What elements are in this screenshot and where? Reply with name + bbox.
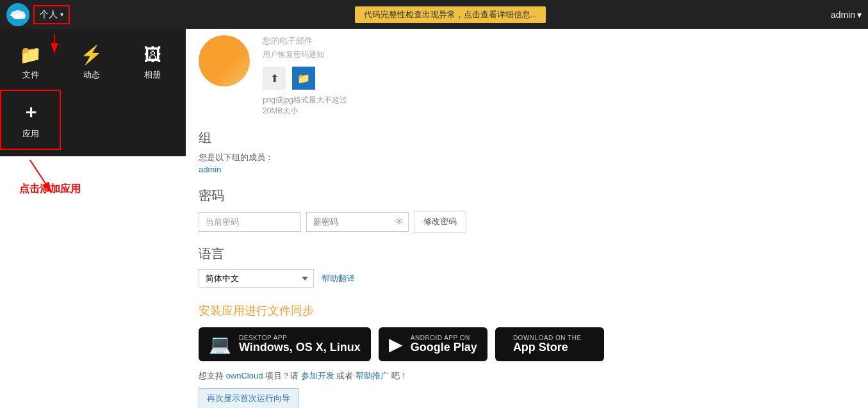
files-label: 文件 [22,69,39,81]
add-app-label: 应用 [22,128,39,140]
admin-caret-icon: ▾ [857,10,862,20]
new-password-wrap: 👁 [306,212,409,232]
owncloud-link[interactable]: ownCloud [226,371,263,380]
app-buttons-row: 💻 Desktop app Windows, OS X, Linux ▶ AND… [199,327,842,361]
alert-banner[interactable]: 代码完整性检查出现异常，点击查看详细信息... [355,6,546,23]
app-store-button[interactable]: Download on the App Store [495,327,604,361]
personal-menu-button[interactable]: 个人 ▾ [33,5,70,24]
app-menu-dropdown: 📁 文件 ⚡ 动态 🖼 相册 ＋ 应用 [0,29,186,156]
google-play-btn-text: ANDROID APP ON Google Play [411,334,477,354]
install-section: 安装应用进行文件同步 💻 Desktop app Windows, OS X, … [199,303,842,408]
promote-link[interactable]: 帮助推广 [356,371,389,380]
support-end: 吧！ [391,371,408,380]
upload-icon-button[interactable]: ⬆ [263,67,286,90]
google-play-button[interactable]: ▶ ANDROID APP ON Google Play [379,327,487,361]
install-title: 安装应用进行文件同步 [199,303,842,318]
admin-label: admin [831,10,855,20]
support-before: 想支持 [199,371,224,380]
groups-section: 组 您是以下组的成员： admin [199,129,842,174]
group-member-value: admin [199,165,842,174]
language-section: 语言 简体中文 帮助翻译 [199,245,842,288]
dev-link[interactable]: 参加开发 [301,371,334,380]
upload-hint: png或jpg格式最大不超过20MB大小 [263,95,842,117]
help-translate-link[interactable]: 帮助翻译 [322,273,355,284]
personal-label: 个人 [40,9,58,20]
photos-label: 相册 [144,69,161,81]
support-mid: 项目？请 [265,371,299,380]
nav-center: 代码完整性检查出现异常，点击查看详细信息... [70,6,831,23]
sidebar-item-photos[interactable]: 🖼 相册 [122,35,183,90]
current-password-input[interactable] [199,212,301,232]
nav-right: admin ▾ [831,10,862,20]
admin-menu-button[interactable]: admin ▾ [831,10,862,20]
main-content: 您的电子邮件 用户恢复密码通知 ⬆ 📁 png或jpg格式最大不超过20MB大小… [186,29,868,408]
folder-icon-button[interactable]: 📁 [292,67,315,90]
activity-label: 动态 [83,69,100,81]
desktop-btn-text: Desktop app Windows, OS X, Linux [239,334,361,354]
desktop-app-button[interactable]: 💻 Desktop app Windows, OS X, Linux [199,327,371,361]
password-section: 密码 👁 修改密码 [199,187,842,233]
eye-icon[interactable]: 👁 [395,216,404,227]
owncloud-logo-icon [6,3,29,26]
desktop-icon: 💻 [209,334,231,355]
photos-icon: 🖼 [143,44,161,65]
avatar [199,35,250,86]
google-play-icon: ▶ [389,334,403,355]
ios-btn-main: App Store [513,341,582,354]
language-select[interactable]: 简体中文 [199,269,314,288]
email-placeholder-label: 您的电子邮件 [263,35,842,47]
top-navigation: 个人 ▾ 代码完整性检查出现异常，点击查看详细信息... admin ▾ [0,0,868,29]
support-text: 想支持 ownCloud 项目？请 参加开发 或者 帮助推广 吧！ [199,370,842,382]
password-title: 密码 [199,187,842,204]
app-store-btn-text: Download on the App Store [513,334,582,354]
sidebar-item-add-app[interactable]: ＋ 应用 [0,90,61,150]
language-title: 语言 [199,245,842,263]
password-input-row: 👁 修改密码 [199,211,842,233]
language-row: 简体中文 帮助翻译 [199,269,842,288]
android-btn-main: Google Play [411,341,477,354]
change-password-button[interactable]: 修改密码 [414,211,466,233]
annotation-text: 点击添加应用 [19,183,81,196]
svg-point-1 [12,13,24,19]
sidebar-item-activity[interactable]: ⚡ 动态 [61,35,122,90]
personal-caret-icon: ▾ [60,11,63,18]
add-app-icon: ＋ [22,100,40,124]
profile-right: 您的电子邮件 用户恢复密码通知 ⬆ 📁 png或jpg格式最大不超过20MB大小 [263,35,842,117]
profile-section: 您的电子邮件 用户恢复密码通知 ⬆ 📁 png或jpg格式最大不超过20MB大小 [199,29,842,117]
new-password-input[interactable] [306,212,409,232]
recovery-label: 用户恢复密码通知 [263,49,842,60]
files-icon: 📁 [19,44,42,65]
desktop-btn-main: Windows, OS X, Linux [239,341,361,354]
groups-title: 组 [199,129,842,147]
icon-row: ⬆ 📁 [263,67,842,90]
activity-icon: ⚡ [80,44,102,65]
support-and: 或者 [336,371,353,380]
wizard-button[interactable]: 再次显示首次运行向导 [199,388,299,408]
group-member-label: 您是以下组的成员： [199,152,842,163]
nav-left: 个人 ▾ [6,3,70,26]
sidebar-item-files[interactable]: 📁 文件 [0,35,61,90]
